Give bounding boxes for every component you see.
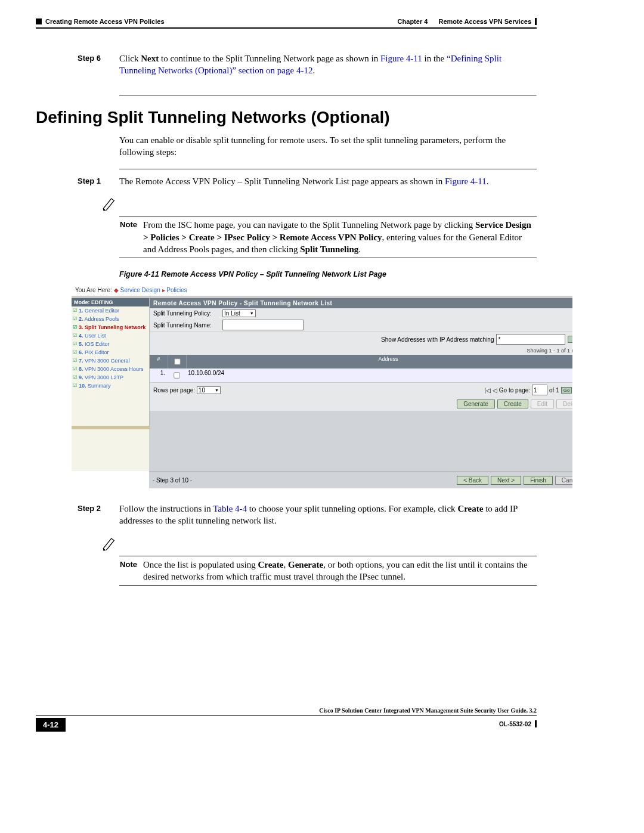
sidebar-item[interactable]: ☑5. IOS Editor [72,340,149,348]
find-label: Show Addresses with IP Address matching [381,336,494,343]
step-2-label: Step 2 [78,503,119,527]
page-footer: Cisco IP Solution Center Integrated VPN … [36,705,537,732]
row-num: 1. [150,368,168,382]
footer-rule [36,715,537,716]
goto-input[interactable] [532,385,547,395]
step-6-label: Step 6 [78,52,119,77]
prev-page-icon[interactable]: ◁ [493,387,497,394]
row-checkbox[interactable] [168,368,185,382]
check-icon: ☑ [73,358,77,363]
check-icon: ☑ [73,324,77,330]
step-indicator: - Step 3 of 10 - [153,477,192,484]
next-button[interactable]: Next > [491,476,521,485]
name-label: Split Tunneling Name: [153,322,219,329]
wizard-footer: - Step 3 of 10 - < Back Next > Finish Ca… [149,471,572,488]
check-icon: ☑ [73,341,77,346]
breadcrumb-diamond-icon: ◆ [114,287,119,293]
dropdown-icon: ▼ [250,311,254,315]
breadcrumb-policies[interactable]: Policies [166,287,187,293]
dropdown-icon: ▼ [215,388,219,392]
step-1: Step 1 The Remote Access VPN Policy – Sp… [78,175,537,187]
of-label: of 1 [549,387,559,394]
section-title: Defining Split Tunneling Networks (Optio… [36,108,537,127]
edit-button[interactable]: Edit [531,400,554,408]
row-address: 10.10.60.0/24 [185,368,572,382]
goto-label: Go to page: [499,387,530,394]
sidebar-item[interactable]: ☑1. General Editor [72,306,149,315]
policy-row: Split Tunneling Policy: In List ▼ [150,308,572,318]
sidebar-item[interactable]: ☑6. PIX Editor [72,348,149,357]
screenshot-figure: You Are Here: ◆ Service Design ▸ Policie… [72,284,572,488]
col-num: # [150,355,168,368]
wizard-sidebar: Mode: EDITING ☑1. General Editor☑2. Addr… [72,298,150,429]
table-row: 1. 10.10.60.0/24 [150,368,572,382]
sidebar-item[interactable]: ☑4. User List [72,332,149,340]
col-address: Address [187,355,572,368]
find-button[interactable]: Find [568,336,572,343]
sidebar-item[interactable]: ☑7. VPN 3000 General [72,357,149,365]
action-row: Generate Create Edit Delete [150,397,572,411]
page-number: 4-12 [36,718,66,732]
step-2: Step 2 Follow the instructions in Table … [78,503,537,527]
create-button[interactable]: Create [497,400,528,408]
policy-label: Split Tunneling Policy: [153,310,219,317]
note-1: Note From the ISC home page, you can nav… [101,219,537,255]
sidebar-item[interactable]: ☑9. VPN 3000 L2TP [72,373,149,382]
go-button[interactable]: Go [561,387,572,394]
footer-doc-title: Cisco IP Solution Center Integrated VPN … [36,705,537,714]
delete-button[interactable]: Delete [556,400,572,408]
back-button[interactable]: < Back [457,476,488,485]
policy-select[interactable]: In List ▼ [222,309,256,317]
mode-bar: Mode: EDITING [72,298,149,306]
find-row: Show Addresses with IP Address matching … [150,332,572,346]
name-input[interactable] [222,320,304,330]
pane-title: Remote Access VPN Policy - Split Tunneli… [150,298,572,308]
footer-doc-id: OL-5532-02 [499,721,531,727]
first-page-icon[interactable]: |◁ [484,387,491,394]
sidebar-item[interactable]: ☑3. Split Tunneling Network [72,323,149,332]
note-1-body: From the ISC home page, you can navigate… [143,219,537,255]
step-1-label: Step 1 [78,175,119,187]
footer-bar-icon [535,720,537,727]
header-chapter: Chapter 4 [398,18,428,25]
pager: Rows per page: 10 ▼ |◁ ◁ Go to page: of … [150,382,572,397]
table-4-4-link[interactable]: Table 4-4 [213,504,247,513]
header-bar-icon [535,18,537,25]
figure-caption: Figure 4-11 Remote Access VPN Policy – S… [119,270,537,278]
note-2-body: Once the list is populated using Create,… [143,559,537,583]
steps-rule [119,169,537,169]
header-title: Remote Access VPN Services [438,18,531,25]
figure-4-11-link-2[interactable]: Figure 4-11 [445,176,487,186]
cancel-button[interactable]: Cancel [555,476,572,485]
sidebar-item[interactable]: ☑10. Summary [72,382,149,390]
main-pane: Remote Access VPN Policy - Split Tunneli… [150,298,572,429]
note-1-label: Note [101,219,143,255]
next-bold: Next [141,54,159,63]
header-rule [36,27,537,29]
note-rule-bottom [119,258,537,258]
breadcrumb-service-design[interactable]: Service Design [120,287,160,293]
header-section: Creating Remote Access VPN Policies [45,18,165,25]
col-checkbox[interactable] [168,355,187,368]
showing-text: Showing 1 - 1 of 1 record [150,346,572,355]
step-2-body: Follow the instructions in Table 4-4 to … [119,503,537,527]
header-square-icon [36,18,42,24]
table-header: # Address [150,355,572,368]
step-6: Step 6 Click Next to continue to the Spl… [78,52,537,77]
content-rule [119,95,537,96]
breadcrumb-chevron-icon: ▸ [162,287,165,293]
check-icon: ☑ [73,308,77,313]
rpp-label: Rows per page: [153,387,195,394]
note-2-label: Note [101,559,143,583]
check-icon: ☑ [73,383,77,388]
rpp-select[interactable]: 10 ▼ [197,386,221,394]
generate-button[interactable]: Generate [457,400,495,408]
figure-4-11-link[interactable]: Figure 4-11 [380,54,422,63]
check-icon: ☑ [73,333,77,338]
finish-button[interactable]: Finish [524,476,553,485]
check-icon: ☑ [73,366,77,371]
find-input[interactable] [496,334,565,345]
sidebar-item[interactable]: ☑8. VPN 3000 Access Hours [72,365,149,373]
sidebar-item[interactable]: ☑2. Address Pools [72,315,149,323]
note-icon [100,196,116,211]
